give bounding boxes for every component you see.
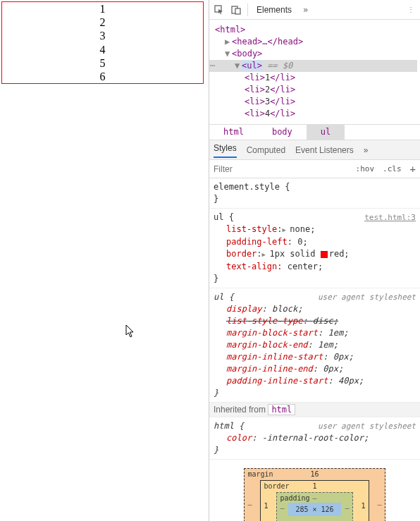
tab-overflow-icon[interactable]: »	[303, 5, 308, 15]
dom-tree[interactable]: <html> ▶<head>…</head> ▼<body> ⋯ ▼<ul> =…	[209, 20, 420, 125]
console-ref: == $0	[262, 61, 292, 71]
dom-node[interactable]: <body>	[232, 49, 262, 59]
box-model-diagram[interactable]: margin 16 – – border 1 1 1 padding – – –	[209, 460, 420, 521]
dom-node-selected[interactable]: ⋯ ▼<ul> == $0	[215, 60, 417, 72]
breadcrumb: html body ul	[209, 125, 420, 140]
new-rule-button[interactable]: +	[406, 164, 420, 175]
tab-overflow-icon[interactable]: »	[364, 145, 369, 155]
list-item: 5	[2, 56, 203, 70]
rendered-page-preview: 1 2 3 4 5 6	[0, 0, 209, 521]
expand-icon[interactable]: ▶	[262, 251, 270, 258]
breadcrumb-item[interactable]: body	[258, 125, 307, 140]
css-prop[interactable]: padding-left: 0;	[214, 236, 416, 248]
dom-node[interactable]: <html>	[215, 25, 245, 35]
source-link[interactable]: test.html:3	[364, 212, 416, 223]
color-swatch-icon[interactable]	[321, 251, 328, 258]
dom-node[interactable]: <li>3</li>	[215, 96, 417, 108]
dom-node[interactable]: <li>2</li>	[215, 84, 417, 96]
list-item: 3	[2, 29, 203, 42]
css-prop[interactable]: display: block;	[214, 303, 416, 315]
collapse-arrow-icon[interactable]: ▼	[225, 48, 232, 60]
dom-node[interactable]: <head>…</head>	[232, 37, 303, 47]
css-prop[interactable]: padding-inline-start: 40px;	[214, 375, 416, 387]
rule-element-style[interactable]: element.style { }	[209, 178, 420, 209]
inspect-icon[interactable]	[214, 4, 225, 16]
collapse-arrow-icon[interactable]: ▼	[235, 60, 242, 72]
tab-computed[interactable]: Computed	[247, 145, 285, 155]
box-padding[interactable]: padding – – – 285 × 126	[276, 492, 352, 521]
breadcrumb-item-active[interactable]: ul	[307, 125, 345, 140]
styles-tabs: Styles Computed Event Listeners »	[209, 140, 420, 160]
styles-pane: element.style { } ul {test.html:3 list-s…	[209, 178, 420, 521]
dom-node[interactable]: <li>4</li>	[215, 108, 417, 120]
css-prop[interactable]: text-align: center;	[214, 261, 416, 273]
css-prop[interactable]: list-style:▶ none;	[214, 223, 416, 236]
rule-ul-ua[interactable]: ul {user agent stylesheet display: block…	[209, 288, 420, 403]
ua-stylesheet-label: user agent stylesheet	[318, 291, 416, 303]
box-margin[interactable]: margin 16 – – border 1 1 1 padding – – –	[244, 468, 385, 521]
css-prop[interactable]: border:▶ 1px solid red;	[214, 248, 416, 261]
css-prop[interactable]: margin-block-end: 1em;	[214, 339, 416, 351]
css-prop-overridden[interactable]: list-style-type: disc;	[214, 315, 416, 327]
mouse-cursor-icon	[125, 324, 135, 338]
tab-elements[interactable]: Elements	[254, 1, 295, 19]
rule-html-ua[interactable]: html {user agent stylesheet color: -inte…	[209, 417, 420, 460]
devtools-toolbar: Elements » ⋮	[209, 0, 420, 20]
list-item: 1	[2, 2, 203, 16]
list-item: 2	[2, 16, 203, 29]
cls-toggle[interactable]: .cls	[378, 164, 406, 173]
preview-list: 1 2 3 4 5 6	[1, 1, 204, 84]
css-prop[interactable]: color: -internal-root-color;	[214, 432, 416, 444]
expand-arrow-icon[interactable]: ▶	[225, 36, 232, 48]
expand-icon[interactable]: ▶	[282, 226, 290, 233]
list-item: 4	[2, 43, 203, 56]
tab-styles[interactable]: Styles	[214, 143, 237, 158]
css-prop[interactable]: margin-inline-end: 0px;	[214, 363, 416, 375]
dom-node[interactable]: <li>1</li>	[215, 72, 417, 84]
device-toggle-icon[interactable]	[230, 4, 242, 16]
inherited-tag[interactable]: html	[268, 404, 295, 415]
css-prop[interactable]: margin-inline-start: 0px;	[214, 351, 416, 363]
breadcrumb-item[interactable]: html	[209, 125, 258, 140]
rule-ul-author[interactable]: ul {test.html:3 list-style:▶ none; paddi…	[209, 209, 420, 288]
box-border[interactable]: border 1 1 1 padding – – – 285 × 126	[260, 480, 369, 521]
tab-event-listeners[interactable]: Event Listeners	[295, 145, 354, 155]
ellipsis-icon: ⋯	[209, 60, 216, 72]
filter-row: :hov .cls +	[209, 160, 420, 178]
filter-input[interactable]	[209, 161, 352, 177]
inherited-from-bar: Inherited from html	[209, 403, 420, 417]
separator	[247, 4, 248, 16]
box-content[interactable]: 285 × 126	[288, 503, 340, 516]
hov-toggle[interactable]: :hov	[352, 164, 379, 173]
ua-stylesheet-label: user agent stylesheet	[318, 420, 416, 432]
list-item: 6	[2, 70, 203, 83]
devtools-panel: Elements » ⋮ <html> ▶<head>…</head> ▼<bo…	[209, 0, 420, 521]
menu-dots-icon[interactable]: ⋮	[407, 6, 416, 13]
svg-rect-2	[235, 8, 240, 14]
css-prop[interactable]: margin-block-start: 1em;	[214, 327, 416, 339]
